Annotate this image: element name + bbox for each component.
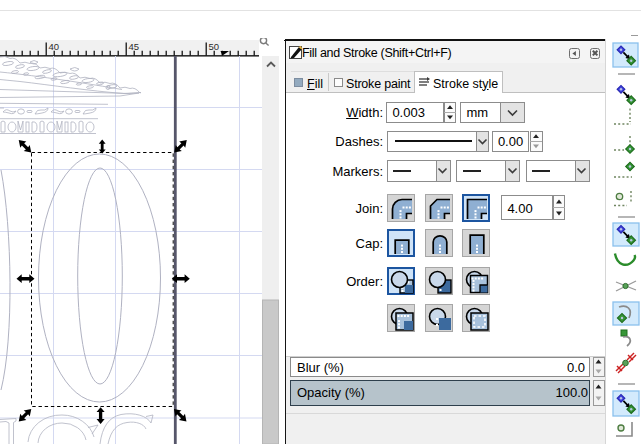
svg-text:45: 45 — [129, 41, 140, 52]
svg-text:50: 50 — [209, 41, 220, 52]
svg-text:40: 40 — [49, 41, 60, 52]
